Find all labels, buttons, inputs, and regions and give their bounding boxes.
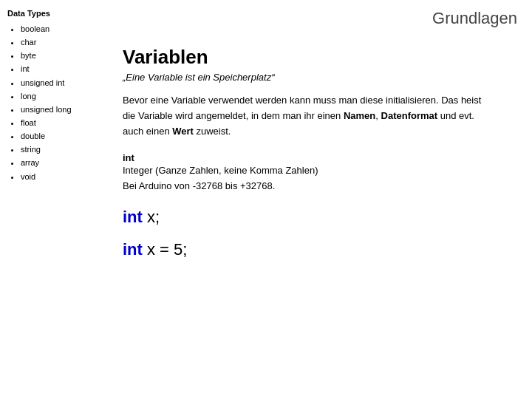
type-label: int: [123, 152, 134, 163]
sidebar-item: unsigned long: [21, 103, 103, 116]
sidebar-item: byte: [21, 49, 103, 62]
main-content: Variablen „Eine Variable ist ein Speiche…: [123, 9, 520, 259]
code-line-2: int x = 5;: [123, 240, 520, 259]
sidebar-item: double: [21, 129, 103, 143]
sidebar-item: long: [21, 89, 103, 103]
sidebar-item: void: [21, 170, 103, 183]
sidebar-item: char: [21, 35, 103, 49]
bold-datenformat: Datenformat: [381, 110, 438, 121]
code-line-1: int x;: [123, 208, 520, 227]
bold-namen: Namen: [344, 110, 375, 121]
sidebar-item: float: [21, 116, 103, 129]
code-keyword-1: int: [123, 208, 143, 226]
code-rest-2: x = 5;: [143, 240, 188, 259]
sidebar-item: int: [21, 62, 103, 75]
sidebar-item: string: [21, 143, 103, 156]
sidebar-item: array: [21, 156, 103, 169]
subtitle: „Eine Variable ist ein Speicherplatz“: [123, 72, 520, 83]
type-description: Integer (Ganze Zahlen, keine Komma Zahle…: [123, 165, 318, 191]
page-title: Grundlagen: [432, 9, 517, 28]
sidebar: Data Types boolean char byte int unsigne…: [7, 9, 103, 183]
page: Grundlagen Data Types boolean char byte …: [0, 0, 532, 399]
section-heading: Variablen: [123, 46, 520, 69]
bold-wert: Wert: [172, 126, 194, 137]
sidebar-item-unsigned-int: unsigned int: [21, 76, 103, 89]
code-rest-1: x;: [143, 208, 160, 226]
sidebar-list: boolean char byte int unsigned int long …: [7, 22, 103, 183]
code-keyword-2: int: [123, 240, 143, 259]
sidebar-item: boolean: [21, 22, 103, 35]
description: Bevor eine Variable verwendet werden kan…: [123, 93, 485, 139]
sidebar-section-title: Data Types: [7, 9, 103, 18]
type-section: int Integer (Ganze Zahlen, keine Komma Z…: [123, 152, 520, 194]
